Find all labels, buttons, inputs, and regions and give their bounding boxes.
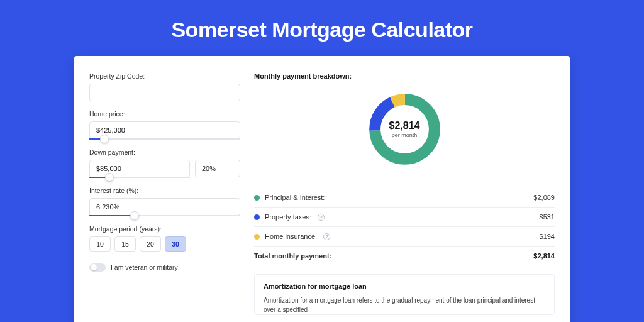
legend-list: Principal & Interest:$2,089Property taxe… [254,188,555,247]
home-price-input[interactable] [89,121,240,139]
interest-rate-field: Interest rate (%): [89,187,240,216]
veteran-toggle[interactable] [89,263,106,272]
donut-center-value: $2,814 [389,120,420,131]
amortization-section: Amortization for mortgage loan Amortizat… [254,274,555,315]
interest-rate-slider[interactable] [89,215,240,216]
down-payment-field: Down payment: [89,148,240,178]
period-field: Mortgage period (years): 10152030 [89,225,240,252]
donut-center: $2,814 per month [365,90,444,169]
info-icon[interactable]: ? [318,214,325,221]
period-option-15[interactable]: 15 [114,236,136,252]
legend-value: $194 [540,233,555,240]
legend-dot [254,234,260,240]
down-payment-pct-input[interactable] [195,160,240,177]
calculator-card: Property Zip Code: Home price: Down paym… [74,56,570,322]
period-label: Mortgage period (years): [89,225,240,233]
home-price-field: Home price: [89,110,240,140]
legend-total-row: Total monthly payment: $2,814 [254,247,555,265]
legend-label: Property taxes: [265,213,311,221]
info-icon[interactable]: ? [323,233,330,240]
veteran-toggle-row: I am veteran or military [89,263,240,272]
interest-rate-input[interactable] [89,198,240,216]
zip-label: Property Zip Code: [89,72,240,80]
legend-total-value: $2,814 [533,252,555,260]
legend-label: Principal & Interest: [265,194,325,201]
legend-value: $531 [540,213,555,221]
legend-row: Property taxes:?$531 [254,208,555,227]
down-payment-input[interactable] [89,160,190,177]
amortization-title: Amortization for mortgage loan [264,282,545,290]
legend-row: Home insurance:?$194 [254,227,555,247]
period-option-20[interactable]: 20 [140,236,161,252]
zip-field: Property Zip Code: [89,72,240,101]
legend-dot [254,195,260,201]
legend-row: Principal & Interest:$2,089 [254,188,555,208]
home-price-slider[interactable] [89,138,240,140]
inputs-column: Property Zip Code: Home price: Down paym… [89,72,240,315]
page-title: Somerset Mortgage Calculator [0,0,644,56]
veteran-toggle-knob [91,264,97,270]
home-price-slider-thumb[interactable] [100,135,109,143]
home-price-label: Home price: [89,110,240,118]
interest-rate-slider-thumb[interactable] [130,211,139,220]
down-payment-label: Down payment: [89,148,240,156]
legend-value: $2,089 [533,194,555,201]
zip-input[interactable] [89,84,240,101]
breakdown-title: Monthly payment breakdown: [254,72,555,80]
legend-total-label: Total monthly payment: [254,252,331,260]
interest-rate-label: Interest rate (%): [89,187,240,194]
period-option-10[interactable]: 10 [89,236,111,252]
donut-chart-area: $2,814 per month [254,84,555,180]
veteran-toggle-label: I am veteran or military [111,264,178,271]
amortization-text: Amortization for a mortgage loan refers … [264,296,545,314]
results-column: Monthly payment breakdown: $2,814 per mo… [254,72,555,315]
down-payment-slider-thumb[interactable] [105,173,114,182]
down-payment-slider[interactable] [89,177,190,178]
period-option-30[interactable]: 30 [165,236,186,252]
legend-dot [254,214,260,220]
donut-center-sub: per month [392,132,418,138]
legend-label: Home insurance: [265,233,317,240]
